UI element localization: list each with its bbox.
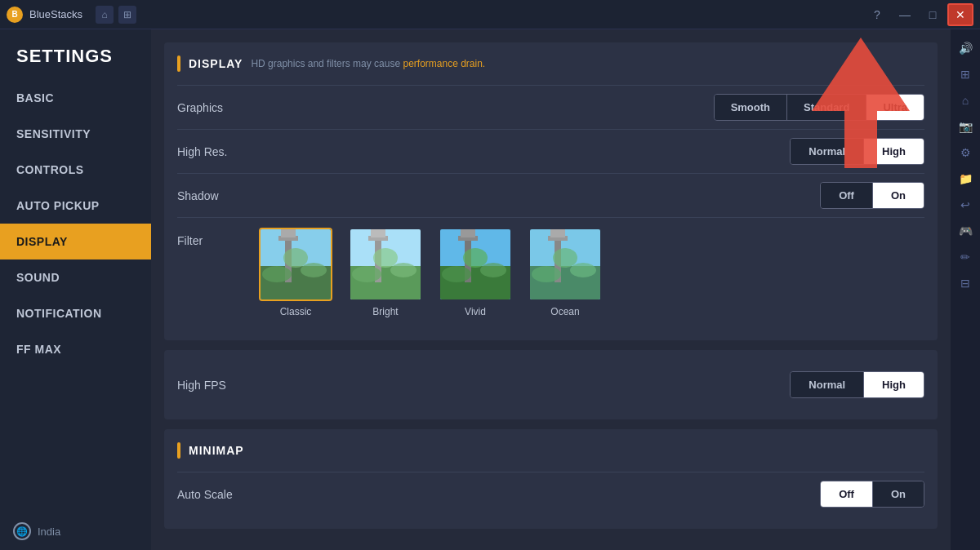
svg-point-31 [532, 266, 561, 282]
high-res-normal-btn[interactable]: Normal [791, 139, 864, 164]
section-marker [177, 55, 180, 72]
filter-row: Filter [177, 217, 924, 327]
display-section-title: DISPLAY [189, 57, 243, 70]
filter-ocean-preview [530, 229, 600, 299]
svg-point-14 [373, 248, 398, 268]
fps-label: High FPS [177, 379, 790, 392]
filter-options: Classic [259, 228, 602, 317]
main-layout: SETTINGS BASIC SENSITIVITY CONTROLS AUTO… [0, 29, 980, 550]
filter-bright[interactable]: Bright [349, 228, 422, 317]
sidebar-item-basic[interactable]: BASIC [0, 80, 151, 116]
titlebar-nav-icons: ⌂ ⊞ [96, 6, 136, 24]
minimap-title: MINIMAP [189, 444, 244, 457]
minimap-marker [177, 442, 180, 459]
close-button[interactable]: ✕ [947, 3, 973, 26]
svg-point-32 [570, 263, 596, 277]
shadow-label: Shadow [177, 189, 820, 202]
high-res-toggle: Normal High [790, 138, 924, 165]
right-icon-7[interactable]: ↩ [953, 193, 978, 217]
shadow-row: Shadow Off On [177, 173, 924, 217]
svg-point-6 [283, 248, 308, 268]
grid-icon[interactable]: ⊞ [118, 6, 136, 24]
high-res-label: High Res. [177, 145, 790, 158]
graphics-smooth-btn[interactable]: Smooth [715, 95, 787, 120]
svg-rect-5 [281, 229, 296, 237]
high-res-row: High Res. Normal High [177, 129, 924, 173]
filter-ocean[interactable]: Ocean [528, 228, 602, 317]
svg-point-8 [301, 263, 327, 277]
shadow-toggle: Off On [820, 182, 924, 209]
region-label: India [38, 526, 60, 538]
filter-classic-name: Classic [280, 306, 312, 317]
svg-rect-29 [550, 229, 565, 237]
minimap-section: MINIMAP Auto Scale Off On [164, 429, 938, 529]
svg-point-7 [262, 266, 292, 282]
filter-bright-preview [350, 229, 421, 299]
svg-point-23 [442, 266, 471, 282]
minimap-section-header: MINIMAP [177, 442, 924, 459]
fps-high-btn[interactable]: High [864, 372, 924, 397]
auto-scale-row: Auto Scale Off On [177, 472, 924, 516]
sidebar-item-controls[interactable]: CONTROLS [0, 152, 151, 188]
sidebar-item-notification[interactable]: NOTIFICATION [0, 295, 151, 331]
right-icon-8[interactable]: 🎮 [953, 219, 978, 243]
display-section-subtitle: HD graphics and filters may cause perfor… [251, 58, 485, 69]
graphics-ultra-btn[interactable]: Ultra [866, 95, 924, 120]
filter-classic[interactable]: Classic [259, 228, 332, 317]
filter-classic-thumb [259, 228, 332, 301]
auto-scale-label: Auto Scale [177, 488, 820, 501]
fps-row: High FPS Normal High [177, 363, 924, 406]
filter-bright-name: Bright [372, 306, 398, 317]
shadow-off-btn[interactable]: Off [821, 183, 873, 208]
filter-bright-thumb [349, 228, 422, 301]
right-icon-5[interactable]: ⚙ [953, 140, 978, 165]
titlebar: B BlueStacks ⌂ ⊞ ? — □ ✕ [0, 0, 980, 29]
graphics-toggle: Smooth Standard Ultra [714, 94, 924, 121]
filter-ocean-thumb [528, 228, 602, 301]
right-icon-1[interactable]: 🔊 [953, 36, 978, 60]
right-icon-4[interactable]: 📷 [953, 114, 978, 139]
scroll-indicator: ⌄ [164, 539, 938, 550]
graphics-standard-btn[interactable]: Standard [787, 95, 866, 120]
svg-point-16 [390, 263, 416, 277]
sidebar-footer: 🌐 India [0, 512, 151, 550]
svg-point-30 [553, 248, 577, 268]
svg-rect-13 [371, 229, 385, 237]
window-controls: ? — □ ✕ [864, 3, 973, 26]
globe-icon: 🌐 [13, 522, 31, 540]
filter-vivid-preview [440, 229, 510, 299]
auto-scale-off-btn[interactable]: Off [821, 481, 873, 507]
filter-vivid[interactable]: Vivid [439, 228, 512, 317]
home-icon[interactable]: ⌂ [96, 6, 114, 24]
sidebar-item-ff-max[interactable]: FF MAX [0, 331, 151, 367]
svg-rect-21 [461, 229, 475, 237]
right-icon-9[interactable]: ✏ [953, 245, 978, 269]
sidebar: SETTINGS BASIC SENSITIVITY CONTROLS AUTO… [0, 29, 151, 550]
high-res-high-btn[interactable]: High [864, 139, 924, 164]
app-logo: B [7, 7, 23, 23]
fps-toggle: Normal High [790, 371, 924, 398]
right-icon-6[interactable]: 📁 [953, 166, 978, 191]
app-title: BlueStacks [29, 8, 82, 20]
auto-scale-on-btn[interactable]: On [873, 481, 924, 507]
filter-label: Filter [177, 228, 243, 247]
filter-ocean-name: Ocean [550, 306, 579, 317]
sidebar-item-display[interactable]: DISPLAY [0, 224, 151, 259]
right-icon-2[interactable]: ⊞ [953, 62, 978, 86]
svg-point-15 [352, 266, 381, 282]
fps-normal-btn[interactable]: Normal [791, 372, 864, 397]
minimize-button[interactable]: — [892, 3, 918, 26]
filter-vivid-thumb [439, 228, 512, 301]
right-icon-10[interactable]: ⊟ [953, 271, 978, 295]
sidebar-item-auto-pickup[interactable]: AUTO PICKUP [0, 188, 151, 224]
help-button[interactable]: ? [864, 3, 890, 26]
shadow-on-btn[interactable]: On [873, 183, 924, 208]
sidebar-item-sound[interactable]: SOUND [0, 259, 151, 295]
sidebar-item-sensitivity[interactable]: SENSITIVITY [0, 116, 151, 152]
auto-scale-toggle: Off On [820, 481, 924, 508]
right-icon-3[interactable]: ⌂ [953, 88, 978, 113]
svg-point-24 [480, 263, 506, 277]
filter-vivid-name: Vivid [465, 306, 486, 317]
filter-classic-preview [261, 229, 331, 299]
maximize-button[interactable]: □ [920, 3, 946, 26]
